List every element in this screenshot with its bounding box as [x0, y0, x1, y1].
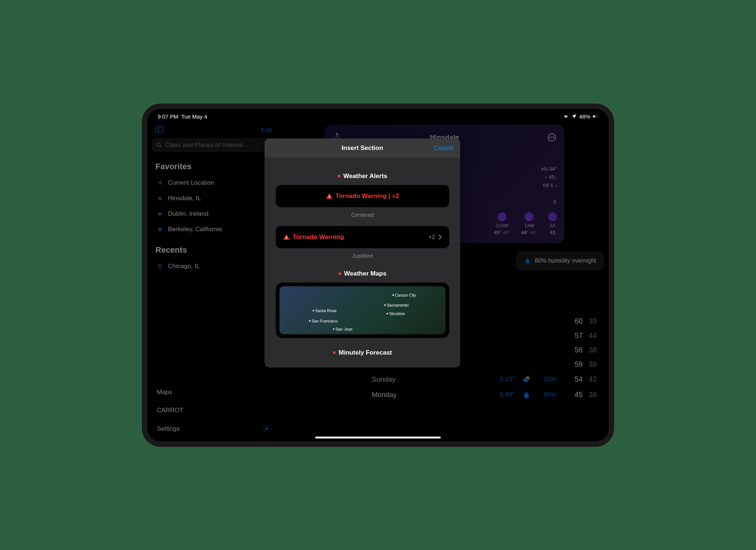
star-icon: [157, 211, 163, 217]
weather-maps-header: Weather Maps: [276, 270, 449, 277]
svg-rect-1: [593, 116, 595, 117]
search-icon: [156, 142, 162, 148]
search-input[interactable]: Cities and Places of Interest: [152, 138, 276, 152]
list-item-label: Dublin, Ireland: [168, 210, 209, 218]
status-bar: 9:07 PM Tue May 4 48%: [147, 109, 609, 122]
star-icon: [157, 226, 163, 232]
more-icon: [547, 133, 556, 142]
svg-point-5: [157, 143, 160, 146]
hour-slot: 1AM 44°48°: [521, 212, 537, 235]
list-item-label: Berkeley, California: [168, 226, 222, 233]
sidebar-item-berkeley[interactable]: Berkeley, California: [152, 222, 276, 237]
alert-icon: [283, 234, 290, 240]
map-option[interactable]: Carson City Sacramento Santa Rosa Stockt…: [276, 283, 449, 338]
sidebar-item-current-location[interactable]: Current Location: [152, 175, 276, 191]
daily-row-monday[interactable]: Monday 0.90" 80% 4536: [364, 387, 604, 403]
partly-cloudy-icon: [522, 375, 531, 384]
svg-line-6: [160, 146, 161, 147]
modal-header: Insert Section Cancel: [265, 139, 460, 158]
humidity-icon: [524, 257, 531, 264]
centered-caption: Centered: [276, 212, 449, 218]
search-placeholder: Cities and Places of Interest: [165, 141, 243, 149]
alert-option-justified[interactable]: Tornado Warning +2: [276, 226, 449, 248]
moon-icon: [548, 212, 557, 221]
sidebar-item-chicago[interactable]: Chicago, IL: [152, 259, 276, 274]
status-time: 9:07 PM: [158, 113, 178, 120]
screen: 9:07 PM Tue May 4 48% Edit Cities and Pl…: [147, 109, 609, 441]
modal-title: Insert Section: [341, 144, 383, 152]
alert-option-centered[interactable]: Tornado Warning | +2: [276, 185, 449, 207]
battery-icon: [592, 113, 598, 119]
status-date: Tue May 4: [181, 113, 207, 120]
location-arrow-icon: [157, 180, 163, 186]
gear-icon: [262, 425, 271, 433]
carrot-button[interactable]: CARROT: [152, 401, 276, 419]
sidebar: Edit Cities and Places of Interest Favor…: [147, 122, 280, 441]
pin-icon: [157, 263, 163, 269]
more-button[interactable]: [547, 132, 557, 143]
svg-rect-17: [286, 236, 287, 238]
location-icon: [571, 113, 577, 119]
alert-icon: [326, 193, 332, 199]
svg-point-16: [329, 197, 329, 198]
wifi-icon: [563, 113, 569, 119]
ipad-frame: 9:07 PM Tue May 4 48% Edit Cities and Pl…: [142, 103, 614, 447]
sidebar-item-dublin[interactable]: Dublin, Ireland: [152, 206, 276, 222]
star-icon: [157, 195, 163, 201]
settings-button[interactable]: Settings: [152, 419, 276, 438]
hour-slot: 12AM 45°48°: [494, 212, 510, 235]
svg-point-14: [523, 378, 528, 382]
edit-button[interactable]: Edit: [261, 127, 272, 134]
minutely-header: Minutely Forecast: [276, 349, 449, 356]
favorites-header: Favorites: [152, 160, 276, 175]
rain-icon: [522, 390, 531, 400]
svg-rect-2: [598, 116, 598, 117]
map-preview: Carson City Sacramento Santa Rosa Stockt…: [279, 286, 446, 334]
modal-body[interactable]: Weather Alerts Tornado Warning | +2 Cent…: [265, 158, 460, 367]
cancel-button[interactable]: Cancel: [434, 144, 454, 152]
daily-row-sunday[interactable]: Sunday 0.13" 32% 5442: [364, 372, 604, 387]
svg-point-12: [553, 137, 554, 138]
battery-text: 48%: [579, 113, 590, 120]
justified-caption: Justified: [276, 253, 449, 259]
status-left: 9:07 PM Tue May 4: [158, 113, 207, 120]
svg-rect-15: [329, 195, 330, 197]
home-indicator[interactable]: [315, 437, 441, 438]
insert-section-modal: Insert Section Cancel Weather Alerts Tor…: [265, 139, 460, 368]
svg-point-11: [551, 137, 552, 138]
svg-rect-3: [156, 127, 163, 133]
svg-point-8: [265, 428, 268, 430]
recents-header: Recents: [152, 243, 276, 259]
humidity-pill[interactable]: 80% humidity overnight: [516, 251, 604, 270]
svg-point-10: [550, 137, 550, 138]
list-item-label: Hinsdale, IL: [168, 195, 201, 202]
list-item-label: Current Location: [168, 179, 214, 187]
sidebar-item-hinsdale[interactable]: Hinsdale, IL: [152, 191, 276, 206]
weather-alerts-header: Weather Alerts: [276, 172, 449, 180]
svg-point-18: [286, 238, 287, 239]
chevron-right-icon: [438, 234, 442, 240]
moon-icon: [498, 212, 506, 221]
svg-point-7: [159, 265, 160, 266]
moon-icon: [525, 212, 533, 221]
hour-slot: 2A 43: [548, 212, 557, 235]
sidebar-toggle-icon[interactable]: [155, 126, 164, 134]
status-right: 48%: [563, 113, 598, 120]
maps-button[interactable]: Maps: [152, 383, 276, 401]
sidebar-bottom: Maps CARROT Settings: [152, 383, 276, 438]
list-item-label: Chicago, IL: [168, 263, 200, 270]
